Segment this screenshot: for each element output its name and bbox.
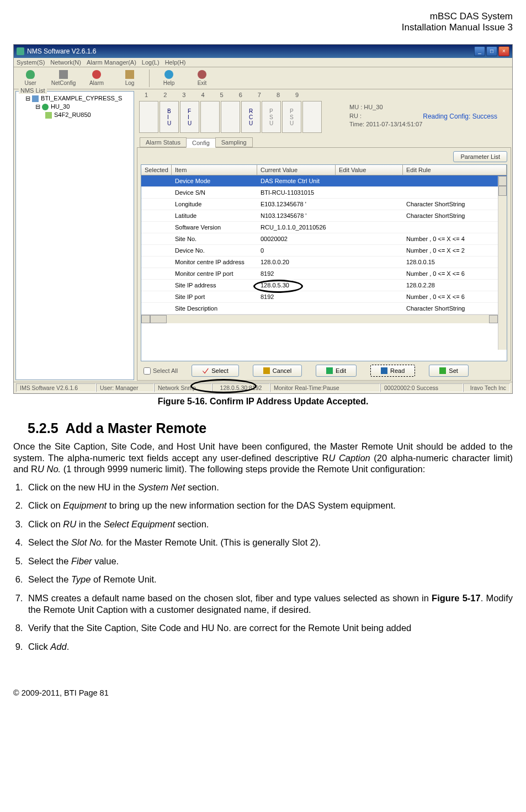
table-header: Selected Item Current Value Edit Value E… [141, 165, 507, 175]
tree-root[interactable]: ⊟ BTI_EXAMPLE_CYPRESS_S [19, 94, 131, 103]
section-number: 5.2.5 [28, 420, 59, 436]
parameter-list-button[interactable]: Parameter List [453, 151, 507, 162]
minimize-button[interactable]: _ [474, 46, 485, 56]
tb-help[interactable]: Help [155, 69, 183, 87]
nms-list-title: NMS List [19, 87, 47, 94]
table-row[interactable]: LongitudeE103.12345678 'Character ShortS… [141, 199, 507, 210]
menu-help[interactable]: Help(H) [165, 59, 186, 66]
table-row[interactable]: Device ModeDAS Remote Ctrl Unit [141, 175, 507, 187]
tree-hu[interactable]: ⊟ HU_30 [19, 103, 131, 111]
tab-sampling[interactable]: Sampling [215, 137, 253, 147]
slot-8-psu[interactable]: PSU [282, 101, 301, 133]
exit-icon [198, 70, 206, 79]
col-selected[interactable]: Selected [141, 165, 172, 175]
tb-netconfig[interactable]: NetConfig [50, 69, 77, 87]
slot-and-info-row: BIU FIU RCU PSU PSU MU : HU_30 RU : Time… [137, 99, 511, 133]
read-button[interactable]: Read [370, 365, 415, 377]
select-all-input[interactable] [144, 367, 151, 375]
window-title: NMS Software V2.6.1.6 [27, 47, 96, 55]
sb-user: User: Manager [96, 383, 154, 392]
horizontal-scrollbar[interactable] [141, 314, 507, 323]
vertical-scrollbar[interactable] [498, 176, 507, 350]
info-time: Time: 2011-07-13/14:51:07 [349, 120, 422, 129]
step-2: Click on Equipment to bring up the new i… [25, 500, 513, 511]
sb-monitor: Monitor Real-Time:Pause [270, 383, 380, 392]
header-manual: Installation Manual Issue 3 [13, 22, 513, 33]
log-icon [125, 70, 134, 79]
sb-status: 00020002:0 Success [380, 383, 463, 392]
step-9: Click Add. [25, 641, 513, 653]
window-titlebar: NMS Software V2.6.1.6 _ □ × [14, 45, 512, 58]
slot-6-rcu[interactable]: RCU [241, 101, 261, 133]
table-row[interactable]: Software VersionRCU_1.0.1.0_20110526 [141, 222, 507, 233]
slot-4[interactable] [200, 101, 220, 133]
col-current[interactable]: Current Value [257, 165, 336, 175]
menu-network[interactable]: Network(N) [50, 59, 81, 66]
right-panel: 1 2 3 4 5 6 7 8 9 BIU FIU [136, 89, 512, 382]
table-row[interactable]: Site No.00020002Number , 0 <= X <= 4 [141, 233, 507, 245]
col-edit-value[interactable]: Edit Value [336, 165, 403, 175]
menu-log[interactable]: Log(L) [142, 59, 160, 66]
slot-1[interactable] [139, 101, 158, 133]
set-button[interactable]: Set [429, 365, 469, 377]
tree-ru[interactable]: S4F2_RU850 [19, 111, 131, 119]
edit-icon [326, 367, 333, 374]
tb-exit[interactable]: Exit [188, 69, 216, 87]
table-row[interactable]: Device No.0Number , 0 <= X <= 2 [141, 245, 507, 257]
menu-system[interactable]: System(S) [17, 59, 45, 66]
globe-icon [42, 104, 49, 110]
table-row[interactable]: Site IP address128.0.5.30128.0.2.28 [141, 280, 507, 291]
slot-buttons: BIU FIU RCU PSU PSU [139, 101, 322, 133]
table-row[interactable]: Device S/NBTI-RCU-11031015 [141, 187, 507, 199]
step-6: Select the Type of Remote Unit. [25, 574, 513, 585]
cancel-button[interactable]: Cancel [253, 365, 302, 377]
user-icon [26, 70, 35, 79]
slot-numbers: 1 2 3 4 5 6 7 8 9 [137, 90, 511, 99]
page-footer: © 2009‐2011, BTI Page 81 [13, 688, 513, 697]
toolbar: User NetConfig Alarm Log Help Exit [14, 67, 512, 89]
reading-config-status: Reading Config: Success [423, 113, 497, 120]
window-controls: _ □ × [474, 46, 509, 56]
select-all-checkbox[interactable]: Select All [144, 367, 178, 375]
sb-company: Iravo Tech Inc [463, 383, 510, 392]
table-row[interactable]: Site IP port8192Number , 0 <= X <= 6 [141, 291, 507, 303]
table-row[interactable]: Site DescriptionCharacter ShortString [141, 303, 507, 314]
slot-7-psu[interactable]: PSU [262, 101, 281, 133]
main-area: NMS List ⊟ BTI_EXAMPLE_CYPRESS_S ⊟ HU_30… [14, 89, 512, 382]
table-row[interactable]: LatitudeN103.12345678 'Character ShortSt… [141, 210, 507, 222]
close-button[interactable]: × [498, 46, 509, 56]
circle-annotation-statusbar [190, 379, 257, 393]
tabs: Alarm Status Config Sampling [137, 137, 511, 147]
tb-log[interactable]: Log [116, 69, 144, 87]
col-edit-rule[interactable]: Edit Rule [403, 165, 507, 175]
step-8: Verify that the Site Caption, Site Code … [25, 622, 513, 634]
slot-2-biu[interactable]: BIU [160, 101, 179, 133]
step-1: Click on the new HU in the System Net se… [25, 482, 513, 493]
menu-alarm[interactable]: Alarm Manager(A) [87, 59, 136, 66]
table-row[interactable]: Monitor centre IP address128.0.0.20128.0… [141, 257, 507, 268]
read-icon [381, 367, 387, 374]
header-system: mBSC DAS System [13, 11, 513, 22]
help-icon [164, 70, 173, 79]
slot-5[interactable] [221, 101, 240, 133]
alarm-icon [92, 70, 101, 79]
maximize-button[interactable]: □ [486, 46, 497, 56]
action-buttons-row: Select All Select Cancel Edit Read Set [141, 361, 507, 377]
slot-9[interactable] [302, 101, 322, 133]
col-item[interactable]: Item [172, 165, 257, 175]
cancel-icon [263, 367, 270, 374]
screenshot-window: NMS Software V2.6.1.6 _ □ × System(S) Ne… [13, 44, 513, 394]
statusbar: IMS Software V2.6.1.6 User: Manager Netw… [14, 382, 512, 393]
tb-alarm[interactable]: Alarm [83, 69, 110, 87]
step-5: Select the Fiber value. [25, 555, 513, 567]
step-7: NMS creates a default name based on the … [25, 592, 513, 616]
slot-3-fiu[interactable]: FIU [180, 101, 199, 133]
menubar: System(S) Network(N) Alarm Manager(A) Lo… [14, 58, 512, 67]
edit-button[interactable]: Edit [316, 365, 357, 377]
tab-config[interactable]: Config [186, 138, 216, 148]
check-icon [202, 367, 209, 374]
tab-alarm-status[interactable]: Alarm Status [140, 137, 187, 147]
tb-user[interactable]: User [17, 69, 44, 87]
table-row[interactable]: Monitor centre IP port8192Number , 0 <= … [141, 268, 507, 280]
select-button[interactable]: Select [192, 365, 239, 377]
